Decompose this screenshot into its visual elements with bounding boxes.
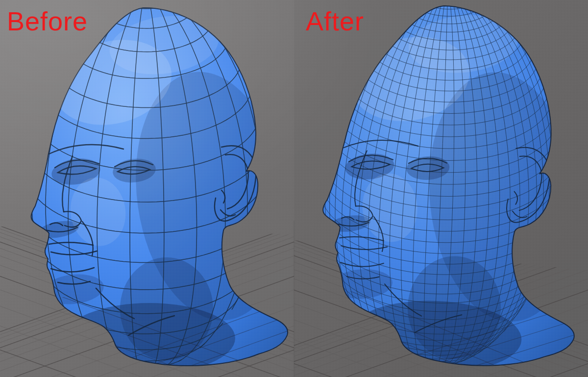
comparison-image: Before After <box>0 0 588 377</box>
3d-viewport-scene <box>0 0 588 377</box>
vignette <box>0 0 588 377</box>
label-after: After <box>306 8 364 34</box>
label-before: Before <box>7 8 88 34</box>
